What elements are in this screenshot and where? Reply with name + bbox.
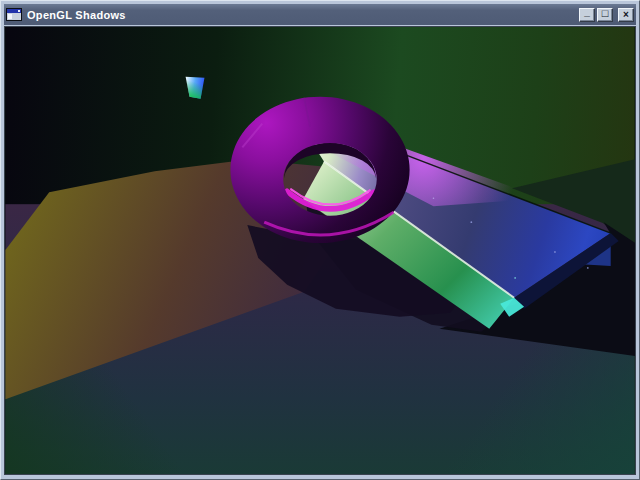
window-title: OpenGL Shadows <box>27 9 577 21</box>
icon-window-body <box>8 14 12 19</box>
close-icon: × <box>623 10 629 20</box>
minimize-icon: _ <box>584 7 590 17</box>
application-icon[interactable] <box>6 8 22 21</box>
opengl-shadows-window[interactable]: OpenGL Shadows _ □ × <box>0 0 640 480</box>
minimize-button[interactable]: _ <box>579 8 595 22</box>
rendered-scene <box>5 27 635 474</box>
maximize-button[interactable]: □ <box>597 8 613 22</box>
icon-close-dot <box>18 10 20 12</box>
opengl-viewport <box>4 26 636 475</box>
title-bar[interactable]: OpenGL Shadows _ □ × <box>4 4 636 25</box>
maximize-icon: □ <box>602 8 609 19</box>
close-button[interactable]: × <box>618 8 634 22</box>
